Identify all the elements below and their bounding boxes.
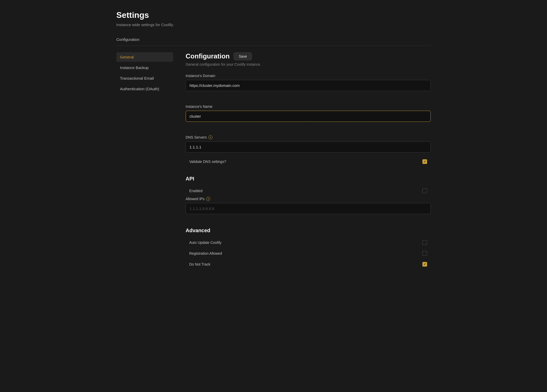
auto-update-label: Auto Update Coolify [189,240,222,245]
advanced-title: Advanced [186,228,431,233]
auto-update-row: Auto Update Coolify [186,238,431,247]
config-title: Configuration [186,52,230,60]
allowed-ips-input[interactable] [186,203,431,214]
page-subtitle: Instance wide settings for Coolify. [116,22,431,27]
config-header: Configuration Save [186,52,431,60]
section-label: Configuration [116,37,431,42]
sidebar-item-general[interactable]: General [116,52,173,62]
do-not-track-row: Do Not Track [186,259,431,269]
dns-section: DNS Servers i Validate DNS settings? [186,135,431,167]
validate-dns-checkbox[interactable] [422,159,427,164]
name-label: Instance's Name [186,104,431,109]
domain-label: Instance's Domain [186,74,431,78]
registration-checkbox[interactable] [422,251,427,256]
advanced-section: Advanced Auto Update Coolify Registratio… [186,228,431,269]
sidebar-item-instance-backup[interactable]: Instance Backup [116,63,173,72]
domain-input[interactable] [186,80,431,91]
registration-row: Registration Allowed [186,248,431,258]
dns-label: DNS Servers i [186,135,431,139]
sidebar-item-authentication-oauth[interactable]: Authentication (OAuth) [116,84,173,94]
domain-section: Instance's Domain [186,74,431,95]
divider [116,46,431,46]
api-section: API Enabled Allowed IPs i [186,176,431,218]
dns-info-icon[interactable]: i [208,135,212,139]
allowed-ips-info-icon[interactable]: i [206,197,210,201]
api-enabled-checkbox[interactable] [422,189,427,193]
main-content: Configuration Save General configuration… [186,52,431,278]
api-enabled-label: Enabled [189,189,202,193]
validate-dns-label: Validate DNS settings? [189,160,226,164]
dns-input[interactable] [186,141,431,153]
auto-update-checkbox[interactable] [422,240,427,245]
do-not-track-label: Do Not Track [189,262,210,266]
api-title: API [186,176,431,182]
sidebar-item-transactional-email[interactable]: Transactional Email [116,73,173,83]
api-enabled-row: Enabled [186,186,431,196]
layout: General Instance Backup Transactional Em… [116,52,431,278]
registration-label: Registration Allowed [189,251,222,255]
config-desc: General configuration for your Coolify i… [186,62,431,66]
name-input[interactable] [186,111,431,122]
sidebar: General Instance Backup Transactional Em… [116,52,173,278]
validate-dns-row: Validate DNS settings? [186,157,431,167]
allowed-ips-label: Allowed IPs i [186,197,431,201]
name-section: Instance's Name [186,104,431,126]
do-not-track-checkbox[interactable] [422,262,427,267]
save-button[interactable]: Save [234,52,252,60]
page-title: Settings [116,10,431,20]
